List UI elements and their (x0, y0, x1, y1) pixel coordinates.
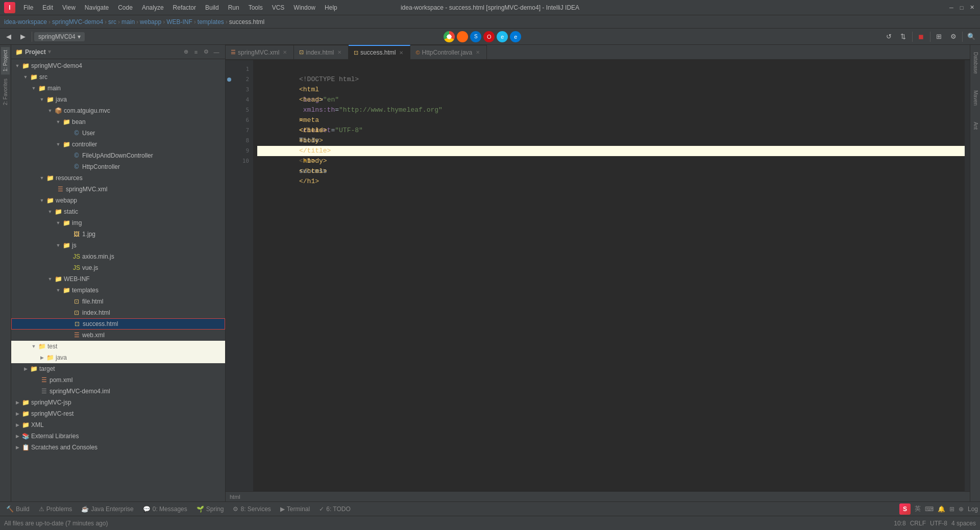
tree-item-scratches[interactable]: ▶ 📋 Scratches and Consoles (11, 442, 225, 453)
toolbar-layout-btn[interactable]: ⊞ (933, 30, 946, 43)
toolbar-back-btn[interactable]: ◀ (2, 30, 15, 43)
panel-expand-btn[interactable]: ≡ (191, 47, 201, 57)
code-content[interactable]: <!DOCTYPE html> <html lang="en" xmlns:th… (253, 60, 965, 491)
favorites-panel-tab[interactable]: 2: Favorites (1, 75, 10, 108)
status-indent[interactable]: 4 spaces (951, 520, 976, 527)
ie-icon[interactable]: e (497, 31, 508, 42)
toolbar-refresh-btn[interactable]: ↺ (883, 30, 896, 43)
tree-item-resources[interactable]: ▼ 📁 resources (11, 172, 225, 184)
menu-bar[interactable]: File Edit View Navigate Code Analyze Ref… (19, 3, 341, 12)
breadcrumb-webinf[interactable]: WEB-INF (166, 18, 192, 26)
tab-close-springmvcxml[interactable]: ✕ (281, 49, 288, 56)
bottom-tab-messages[interactable]: 💬 0: Messages (139, 504, 191, 514)
menu-build[interactable]: Build (201, 3, 223, 12)
tree-item-java-test[interactable]: ▶ 📁 java (11, 352, 225, 363)
menu-navigate[interactable]: Navigate (81, 3, 113, 12)
ant-panel-tab[interactable]: Ant (970, 119, 980, 133)
tree-item-src[interactable]: ▼ 📁 src (11, 71, 225, 83)
tree-item-indexhtml[interactable]: ▶ ⊡ index.html (11, 307, 225, 318)
tree-item-filehtml[interactable]: ▶ ⊡ file.html (11, 296, 225, 307)
breadcrumb-workspace[interactable]: idea-workspace (4, 18, 47, 26)
tree-item-test[interactable]: ▼ 📁 test (11, 341, 225, 352)
breadcrumb-templates[interactable]: templates (198, 18, 224, 26)
tree-item-controller[interactable]: ▼ 📁 controller (11, 139, 225, 150)
safari-icon[interactable]: S (470, 31, 481, 42)
log-indicator[interactable]: Log (968, 506, 978, 513)
tree-item-java[interactable]: ▼ 📁 java (11, 94, 225, 105)
tree-item-external-libs[interactable]: ▶ 📚 External Libraries (11, 431, 225, 442)
tab-springmvcxml[interactable]: ☰ springMVC.xml ✕ (226, 45, 294, 59)
menu-view[interactable]: View (58, 3, 80, 12)
tree-item-js[interactable]: ▼ 📁 js (11, 240, 225, 251)
tree-item-springmvc-rest[interactable]: ▶ 📁 springMVC-rest (11, 408, 225, 419)
edge-icon[interactable]: e (510, 31, 521, 42)
breadcrumb-webapp[interactable]: webapp (140, 18, 161, 26)
tree-item-user[interactable]: ▶ © User (11, 128, 225, 139)
tree-item-templates[interactable]: ▼ 📁 templates (11, 285, 225, 296)
database-panel-tab[interactable]: Database (970, 49, 980, 77)
breadcrumb-main[interactable]: main (121, 18, 135, 26)
tab-httpcontroller[interactable]: © HttpController.java ✕ (410, 45, 487, 59)
maven-panel-tab[interactable]: Maven (970, 87, 980, 109)
tree-item-axios[interactable]: ▶ JS axios.min.js (11, 251, 225, 262)
tree-item-httpcontroller[interactable]: ▶ © HttpController (11, 161, 225, 172)
bottom-tab-todo[interactable]: ✓ 6: TODO (315, 504, 355, 514)
tree-item-target[interactable]: ▶ 📁 target (11, 363, 225, 374)
maximize-button[interactable]: □ (958, 4, 966, 12)
panel-settings-btn[interactable]: ⚙ (202, 47, 211, 57)
tree-item-pomxml[interactable]: ▶ ☰ pom.xml (11, 374, 225, 386)
tree-item-package[interactable]: ▼ 📦 com.atguigu.mvc (11, 105, 225, 116)
menu-analyze[interactable]: Analyze (138, 3, 168, 12)
close-button[interactable]: ✕ (968, 4, 976, 12)
toolbar-forward-btn[interactable]: ▶ (16, 30, 30, 43)
tree-item-fileupdown[interactable]: ▶ © FileUpAndDownController (11, 150, 225, 161)
bottom-tab-problems[interactable]: ⚠ Problems (35, 504, 77, 514)
tree-item-webapp[interactable]: ▼ 📁 webapp (11, 195, 225, 206)
toolbar-settings-btn[interactable]: ⚙ (947, 30, 960, 43)
bottom-tab-terminal[interactable]: ▶ Terminal (276, 504, 314, 514)
tree-item-static[interactable]: ▼ 📁 static (11, 206, 225, 217)
tree-item-springmvcxml-resources[interactable]: ▶ ☰ springMVC.xml (11, 184, 225, 195)
tree-item-springmvc-demo4[interactable]: ▼ 📁 springMVC-demo4 (11, 60, 225, 71)
tree-item-1jpg[interactable]: ▶ 🖼 1.jpg (11, 229, 225, 240)
run-config-selector[interactable]: springMVC04 ▾ (34, 32, 85, 41)
status-crlf[interactable]: CRLF (910, 520, 926, 527)
menu-edit[interactable]: Edit (38, 3, 57, 12)
menu-help[interactable]: Help (321, 3, 341, 12)
tree-item-iml[interactable]: ▶ ☰ springMVC-demo4.iml (11, 386, 225, 397)
tree-item-webxml[interactable]: ▶ ☰ web.xml (11, 330, 225, 341)
tree-item-webinf[interactable]: ▼ 📁 WEB-INF (11, 273, 225, 285)
bottom-tab-javaenterprise[interactable]: ☕ Java Enterprise (77, 504, 137, 514)
menu-file[interactable]: File (19, 3, 37, 12)
toolbar-stop-btn[interactable]: ◼ (915, 30, 928, 43)
tab-successhtml[interactable]: ⊡ success.html ✕ (349, 45, 410, 59)
tree-item-springmvc-jsp[interactable]: ▶ 📁 springMVC-jsp (11, 397, 225, 408)
lang-indicator[interactable]: 英 (915, 504, 921, 513)
panel-minimize-btn[interactable]: — (212, 47, 221, 57)
tree-item-bean[interactable]: ▼ 📁 bean (11, 116, 225, 128)
menu-tools[interactable]: Tools (244, 3, 267, 12)
status-charset[interactable]: UTF-8 (930, 520, 947, 527)
bottom-tab-spring[interactable]: 🌱 Spring (192, 504, 228, 514)
bottom-tab-services[interactable]: ⚙ 8: Services (229, 504, 275, 514)
chrome-icon[interactable] (444, 31, 455, 42)
project-panel-tab[interactable]: 1: Project (1, 47, 10, 74)
bottom-tab-build[interactable]: 🔨 Build (2, 504, 34, 514)
tree-item-successhtml[interactable]: ▶ ⊡ success.html (11, 318, 225, 330)
panel-locate-btn[interactable]: ⊕ (181, 47, 190, 57)
tree-item-img[interactable]: ▼ 📁 img (11, 217, 225, 229)
menu-refactor[interactable]: Refactor (169, 3, 200, 12)
menu-vcs[interactable]: VCS (268, 3, 289, 12)
hg-icon[interactable]: ⊕ (959, 506, 964, 513)
breadcrumb-src[interactable]: src (108, 18, 116, 26)
menu-window[interactable]: Window (289, 3, 320, 12)
tree-item-main[interactable]: ▼ 📁 main (11, 83, 225, 94)
opera-icon[interactable]: O (483, 31, 495, 42)
breadcrumb-project[interactable]: springMVC-demo4 (52, 18, 103, 26)
tab-indexhtml[interactable]: ⊡ index.html ✕ (294, 45, 349, 59)
tab-close-indexhtml[interactable]: ✕ (336, 49, 343, 56)
menu-code[interactable]: Code (114, 3, 137, 12)
tree-item-xml-module[interactable]: ▶ 📁 XML (11, 419, 225, 431)
notification-icon[interactable]: 🔔 (938, 506, 945, 513)
firefox-icon[interactable] (457, 31, 468, 42)
